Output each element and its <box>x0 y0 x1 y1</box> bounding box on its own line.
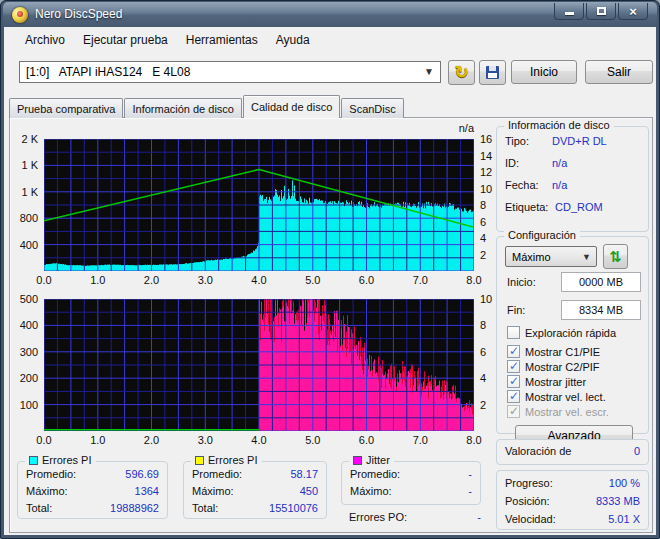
tab-calidad-de-disco[interactable]: Calidad de disco <box>243 95 340 118</box>
chart2-left-axis: 500400300200100 <box>12 299 40 431</box>
type-value: DVD+R DL <box>552 135 607 147</box>
checkbox-label: Mostrar C1/PIE <box>525 346 600 358</box>
axis-tick-label: 2 <box>480 249 486 261</box>
progress-value: 100 % <box>609 477 640 489</box>
po-errors-row: Errores PO: - <box>349 511 481 523</box>
date-value: n/a <box>552 179 567 191</box>
axis-tick-label: 1.0 <box>90 434 105 446</box>
config-title: Configuración <box>508 229 576 241</box>
total-value: 19888962 <box>110 502 159 514</box>
checkbox-icon <box>507 360 520 373</box>
jitter-swatch-icon <box>353 456 362 465</box>
label-label: Etiqueta: <box>505 201 555 213</box>
progress-label: Progreso: <box>505 477 553 489</box>
pif-errors-chart <box>44 299 474 431</box>
chart1-left-axis: 2 K1 K1 K800400 <box>12 139 40 271</box>
axis-tick-label: 1 K <box>21 159 38 171</box>
axis-tick-label: 100 <box>20 399 38 411</box>
checkbox-icon <box>507 405 520 418</box>
minimize-button[interactable] <box>554 3 584 20</box>
axis-tick-label: 6.0 <box>359 274 374 286</box>
checkbox-quick-scan[interactable]: Exploración rápida <box>507 326 616 339</box>
axis-tick-label: 2 <box>480 399 486 411</box>
avg-value: 58.17 <box>290 468 318 480</box>
disc-info-panel: Información de disco Tipo:DVD+R DL ID:n/… <box>496 126 649 232</box>
axis-tick-label: 7.0 <box>413 274 428 286</box>
config-panel: Configuración Máximo ▼ ⇅ Inicio: 0000 MB… <box>496 236 649 434</box>
checkbox-icon <box>507 375 520 388</box>
checkbox-label: Mostrar vel. lect. <box>525 391 606 403</box>
axis-tick-label: 6 <box>480 216 486 228</box>
rating-value: 0 <box>634 445 640 457</box>
tab-informacion-de-disco[interactable]: Información de disco <box>124 98 242 118</box>
close-button[interactable]: × <box>618 3 648 20</box>
chevron-down-icon: ▼ <box>582 252 591 262</box>
start-mb-label: Inicio: <box>507 276 536 288</box>
id-value: n/a <box>552 157 567 169</box>
refresh-speeds-icon: ⇅ <box>609 248 622 266</box>
axis-tick-label: 10 <box>480 293 492 305</box>
legend-pif-errors-box: Errores PI Promedio:58.17 Máximo:450 Tot… <box>183 461 327 519</box>
date-label: Fecha: <box>505 179 552 191</box>
axis-tick-label: 4 <box>480 372 486 384</box>
total-value: 15510076 <box>269 502 318 514</box>
title-bar[interactable]: Nero DiscSpeed × <box>3 2 657 27</box>
type-label: Tipo: <box>505 135 552 147</box>
tab-scandisc[interactable]: ScanDisc <box>341 98 403 118</box>
axis-tick-label: 500 <box>20 293 38 305</box>
axis-tick-label: 400 <box>20 319 38 331</box>
axis-tick-label: 4 <box>480 232 486 244</box>
axis-tick-label: 10 <box>480 183 492 195</box>
axis-tick-label: 300 <box>20 346 38 358</box>
max-label: Máximo: <box>26 485 68 497</box>
speed-select-value: Máximo <box>512 251 551 263</box>
axis-tick-label: 2.0 <box>144 434 159 446</box>
legend-title: Jitter <box>366 454 390 466</box>
axis-tick-label: 3.0 <box>198 434 213 446</box>
checkbox-show-jitter[interactable]: Mostrar jitter <box>507 375 586 388</box>
po-errors-value: - <box>477 511 481 523</box>
legend-pie-errors-box: Errores PI Promedio:596.69 Máximo:1364 T… <box>17 461 168 519</box>
start-mb-field[interactable]: 0000 MB <box>561 272 641 292</box>
rating-label: Valoración de <box>505 445 571 457</box>
id-label: ID: <box>505 157 552 169</box>
app-icon <box>12 7 28 23</box>
checkbox-icon <box>507 326 520 339</box>
checkbox-label: Mostrar C2/PIF <box>525 361 600 373</box>
checkbox-show-c1-pie[interactable]: Mostrar C1/PIE <box>507 345 600 358</box>
axis-tick-label: 2 K <box>21 133 38 145</box>
position-label: Posición: <box>505 495 550 507</box>
end-mb-field[interactable]: 8334 MB <box>561 300 641 320</box>
checkbox-icon <box>507 345 520 358</box>
maximize-button[interactable] <box>586 3 616 20</box>
label-value: CD_ROM <box>555 201 603 213</box>
checkbox-label: Exploración rápida <box>525 327 616 339</box>
axis-tick-label: 400 <box>20 239 38 251</box>
end-mb-label: Fin: <box>507 304 525 316</box>
window-body: Archivo Ejecutar prueba Herramientas Ayu… <box>4 27 656 535</box>
total-label: Total: <box>26 502 52 514</box>
max-value: 450 <box>300 485 318 497</box>
axis-tick-label: 8.0 <box>466 434 481 446</box>
maximize-icon <box>597 7 606 15</box>
axis-tick-label: 200 <box>20 372 38 384</box>
checkbox-label: Mostrar jitter <box>525 376 586 388</box>
tab-prueba-comparativa[interactable]: Prueba comparativa <box>9 98 123 118</box>
axis-tick-label: 5.0 <box>305 274 320 286</box>
axis-tick-label: 6.0 <box>359 434 374 446</box>
speed-label: Velocidad: <box>505 513 556 525</box>
pie-errors-chart <box>44 139 474 271</box>
axis-tick-label: 3.0 <box>198 274 213 286</box>
speed-select[interactable]: Máximo ▼ <box>505 246 597 267</box>
axis-tick-label: 2.0 <box>144 274 159 286</box>
minimize-icon <box>565 12 574 15</box>
max-value: 1364 <box>135 485 159 497</box>
refresh-speeds-button[interactable]: ⇅ <box>603 244 628 269</box>
checkbox-show-read-speed[interactable]: Mostrar vel. lect. <box>507 390 606 403</box>
avg-label: Promedio: <box>26 468 76 480</box>
axis-tick-label: 16 <box>480 133 492 145</box>
po-errors-label: Errores PO: <box>349 511 407 523</box>
checkbox-show-c2-pif[interactable]: Mostrar C2/PIF <box>507 360 600 373</box>
axis-tick-label: 4.0 <box>251 434 266 446</box>
axis-tick-label: 800 <box>20 212 38 224</box>
